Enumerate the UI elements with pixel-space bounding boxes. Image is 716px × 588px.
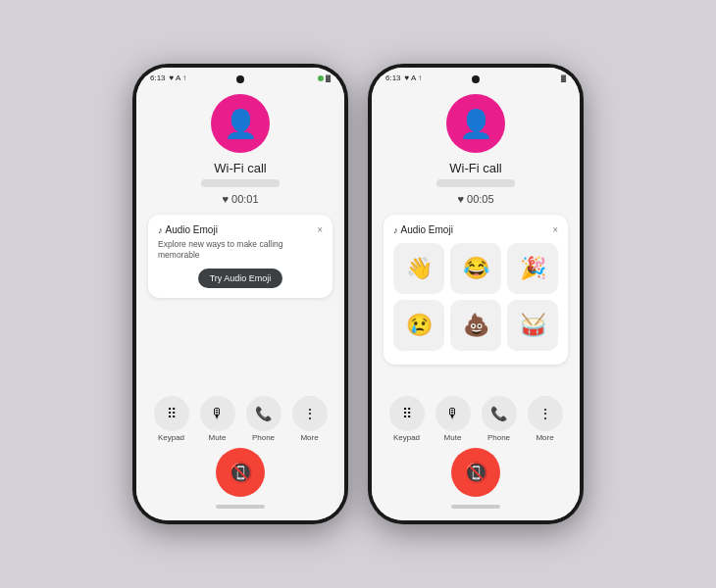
end-call-button-2[interactable]: 📵 — [451, 448, 500, 497]
audio-emoji-card-1: ♪ Audio Emoji × Explore new ways to make… — [148, 215, 332, 298]
avatar-icon-2: 👤 — [459, 108, 493, 140]
card-title-2: ♪ Audio Emoji — [393, 224, 453, 235]
green-dot-1 — [318, 75, 324, 81]
try-audio-emoji-button[interactable]: Try Audio Emoji — [198, 269, 283, 288]
keypad-wrap-1: ⠿ Keypad — [154, 396, 189, 442]
avatar-1: 👤 — [211, 94, 270, 153]
more-label-1: More — [300, 433, 318, 442]
avatar-icon-1: 👤 — [224, 108, 258, 140]
phone-2: 6:13 ♥ A ↑ ▓ 👤 Wi-Fi call ♥ 00:05 — [368, 64, 584, 524]
card-desc-1: Explore new ways to make calling memorab… — [158, 239, 323, 261]
call-content-2: 👤 Wi-Fi call ♥ 00:05 ♪ Audio Emoji × — [372, 84, 580, 520]
status-time-2: 6:13 ♥ A ↑ — [385, 74, 422, 82]
mute-button-2[interactable]: 🎙 — [435, 396, 471, 431]
battery-2: ▓ — [561, 74, 566, 81]
phone-1: 6:13 ♥ A ↑ ▓ 👤 Wi-Fi call ♥ 00:01 — [132, 64, 348, 524]
emoji-cry[interactable]: 😢 — [393, 300, 444, 351]
camera-dot-1 — [236, 75, 244, 83]
end-call-button-1[interactable]: 📵 — [216, 448, 265, 497]
mute-label-1: Mute — [209, 433, 227, 442]
more-button-2[interactable]: ⋮ — [528, 396, 563, 431]
call-buttons-2: ⠿ Keypad 🎙 Mute 📞 Phone ⋮ More — [384, 396, 568, 442]
battery-1: ▓ — [326, 74, 331, 81]
phones-container: 6:13 ♥ A ↑ ▓ 👤 Wi-Fi call ♥ 00:01 — [132, 64, 584, 524]
call-content-1: 👤 Wi-Fi call ♥ 00:01 ♪ Audio Emoji × — [136, 84, 344, 520]
avatar-2: 👤 — [446, 94, 505, 153]
keypad-wrap-2: ⠿ Keypad — [389, 396, 425, 442]
caller-name-2: Wi-Fi call — [449, 161, 501, 175]
timer-text-1: ♥ 00:01 — [222, 193, 258, 205]
emoji-grid-2: 👋 😂 🎉 😢 💩 🥁 — [393, 239, 558, 355]
call-timer-2: ♥ 00:05 — [457, 193, 493, 205]
home-bar-1 — [216, 505, 265, 509]
status-bar-2: 6:13 ♥ A ↑ ▓ — [372, 68, 580, 84]
emoji-drum[interactable]: 🥁 — [507, 300, 558, 351]
mute-wrap-1: 🎙 Mute — [200, 396, 235, 442]
camera-dot-2 — [472, 75, 480, 83]
card-close-2[interactable]: × — [552, 224, 558, 235]
status-right-2: ▓ — [561, 74, 566, 81]
mute-label-2: Mute — [444, 433, 462, 442]
end-call-wrap-2: 📵 — [451, 448, 500, 497]
phone-button-2[interactable]: 📞 — [482, 396, 517, 431]
music-note-1: ♪ — [158, 225, 163, 235]
card-header-2: ♪ Audio Emoji × — [393, 224, 558, 235]
audio-emoji-card-2: ♪ Audio Emoji × 👋 😂 🎉 😢 💩 🥁 — [384, 215, 568, 365]
call-timer-1: ♥ 00:01 — [222, 193, 258, 205]
more-wrap-1: ⋮ More — [292, 396, 328, 442]
mute-wrap-2: 🎙 Mute — [435, 396, 471, 442]
status-right-1: ▓ — [318, 74, 331, 81]
call-buttons-1: ⠿ Keypad 🎙 Mute 📞 Phone ⋮ More — [148, 396, 332, 442]
home-bar-2 — [451, 505, 500, 509]
end-call-wrap-1: 📵 — [216, 448, 265, 497]
emoji-wave[interactable]: 👋 — [393, 243, 444, 294]
more-button-1[interactable]: ⋮ — [292, 396, 328, 431]
timer-text-2: ♥ 00:05 — [457, 193, 493, 205]
phone-2-screen: 6:13 ♥ A ↑ ▓ 👤 Wi-Fi call ♥ 00:05 — [372, 68, 580, 520]
status-time-1: 6:13 ♥ A ↑ — [150, 74, 186, 82]
phone-label-1: Phone — [252, 433, 275, 442]
keypad-label-1: Keypad — [158, 433, 184, 442]
emoji-laugh[interactable]: 😂 — [450, 243, 501, 294]
phone-button-1[interactable]: 📞 — [246, 396, 281, 431]
music-note-2: ♪ — [393, 225, 398, 235]
card-close-1[interactable]: × — [317, 224, 323, 235]
more-wrap-2: ⋮ More — [528, 396, 563, 442]
caller-subtitle-1 — [201, 179, 280, 187]
status-bar-1: 6:13 ♥ A ↑ ▓ — [136, 68, 344, 84]
phone-label-2: Phone — [487, 433, 510, 442]
card-title-1: ♪ Audio Emoji — [158, 224, 218, 235]
emoji-poop[interactable]: 💩 — [450, 300, 501, 351]
keypad-button-2[interactable]: ⠿ — [389, 396, 425, 431]
emoji-party[interactable]: 🎉 — [507, 243, 558, 294]
signal-icons-2: ♥ A ↑ — [405, 74, 423, 82]
phone-1-screen: 6:13 ♥ A ↑ ▓ 👤 Wi-Fi call ♥ 00:01 — [136, 68, 344, 520]
mute-button-1[interactable]: 🎙 — [200, 396, 235, 431]
keypad-label-2: Keypad — [393, 433, 420, 442]
caller-name-1: Wi-Fi call — [214, 161, 266, 175]
more-label-2: More — [536, 433, 553, 442]
signal-icons-1: ♥ A ↑ — [170, 74, 187, 82]
phone-wrap-1: 📞 Phone — [246, 396, 281, 442]
phone-wrap-2: 📞 Phone — [482, 396, 517, 442]
card-header-1: ♪ Audio Emoji × — [158, 224, 323, 235]
time-label-1: 6:13 — [150, 74, 166, 82]
time-label-2: 6:13 — [385, 74, 401, 82]
keypad-button-1[interactable]: ⠿ — [154, 396, 189, 431]
caller-subtitle-2 — [436, 179, 515, 187]
